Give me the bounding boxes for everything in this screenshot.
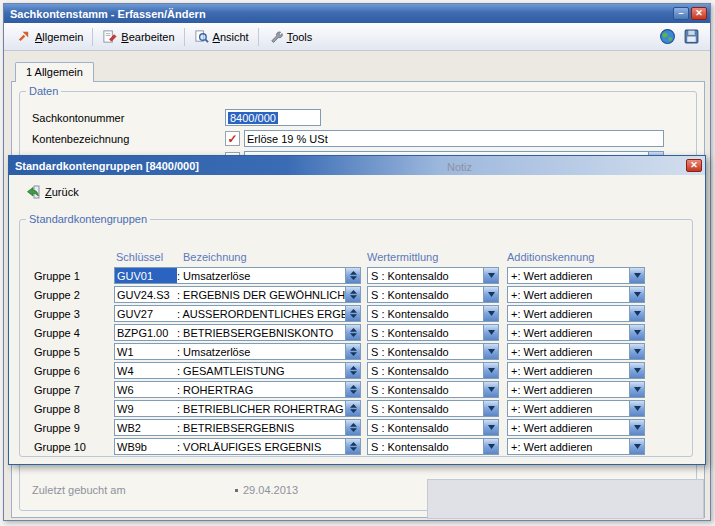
menu-allgemein-button[interactable]: Allgemein bbox=[10, 26, 89, 47]
zurueck-button[interactable]: Zurück bbox=[19, 181, 85, 203]
schluessel-input[interactable]: WB2 bbox=[115, 420, 177, 435]
schluessel-input[interactable]: GUV01 bbox=[115, 268, 177, 283]
additionskennung-dropdown[interactable]: +: Wert addieren bbox=[507, 362, 645, 379]
wertermittlung-dropdown[interactable]: S : Kontensaldo bbox=[367, 305, 499, 322]
dropdown-arrow-icon[interactable] bbox=[483, 363, 498, 378]
modal-toolbar: Zurück bbox=[9, 175, 705, 209]
dropdown-arrow-icon[interactable] bbox=[629, 363, 644, 378]
schluessel-input[interactable]: BZPG1.00 bbox=[115, 325, 177, 340]
close-button[interactable]: ✕ bbox=[691, 7, 707, 20]
schluessel-input[interactable]: GUV24.S3 bbox=[115, 287, 177, 302]
wertermittlung-dropdown[interactable]: S : Kontensaldo bbox=[367, 400, 499, 417]
group-row: Gruppe 1 GUV01 : Umsatzerlöse S : Konten… bbox=[20, 266, 692, 285]
dropdown-arrow-icon[interactable] bbox=[629, 382, 644, 397]
schluessel-input[interactable]: WB9b bbox=[115, 439, 177, 454]
column-header-additionskennung: Additionskennung bbox=[507, 251, 594, 263]
additionskennung-dropdown[interactable]: +: Wert addieren bbox=[507, 400, 645, 417]
schluessel-field[interactable]: W6 : ROHERTRAG bbox=[114, 381, 361, 398]
save-disk-icon[interactable] bbox=[683, 28, 700, 45]
wertermittlung-dropdown[interactable]: S : Kontensaldo bbox=[367, 286, 499, 303]
group-row: Gruppe 2 GUV24.S3 : ERGEBNIS DER GEWÖHNL… bbox=[20, 285, 692, 304]
menu-bearbeiten-button[interactable]: Bearbeiten bbox=[96, 26, 180, 47]
schluessel-input[interactable]: W6 bbox=[115, 382, 177, 397]
spinner-button[interactable] bbox=[345, 363, 360, 378]
wertermittlung-value: S : Kontensaldo bbox=[368, 306, 483, 321]
schluessel-field[interactable]: GUV24.S3 : ERGEBNIS DER GEWÖHNLICHEN GES bbox=[114, 286, 361, 303]
schluessel-field[interactable]: WB9b : VORLÄUFIGES ERGEBNIS bbox=[114, 438, 361, 455]
kontenbezeichnung-input[interactable]: Erlöse 19 % USt bbox=[244, 130, 664, 147]
standardkontengruppen-legend: Standardkontengruppen bbox=[26, 213, 150, 225]
dropdown-arrow-icon[interactable] bbox=[629, 344, 644, 359]
dropdown-arrow-icon[interactable] bbox=[483, 306, 498, 321]
dropdown-arrow-icon[interactable] bbox=[483, 420, 498, 435]
spinner-button[interactable] bbox=[345, 325, 360, 340]
wertermittlung-dropdown[interactable]: S : Kontensaldo bbox=[367, 324, 499, 341]
wertermittlung-dropdown[interactable]: S : Kontensaldo bbox=[367, 438, 499, 455]
schluessel-field[interactable]: W4 : GESAMTLEISTUNG bbox=[114, 362, 361, 379]
additionskennung-dropdown[interactable]: +: Wert addieren bbox=[507, 324, 645, 341]
additionskennung-dropdown[interactable]: +: Wert addieren bbox=[507, 267, 645, 284]
additionskennung-dropdown[interactable]: +: Wert addieren bbox=[507, 343, 645, 360]
modal-close-button[interactable]: ✕ bbox=[686, 159, 702, 172]
schluessel-input[interactable]: W4 bbox=[115, 363, 177, 378]
schluessel-input[interactable]: W1 bbox=[115, 344, 177, 359]
notiz-field[interactable] bbox=[427, 479, 704, 519]
additionskennung-dropdown[interactable]: +: Wert addieren bbox=[507, 438, 645, 455]
spinner-button[interactable] bbox=[345, 344, 360, 359]
toolbar-separator bbox=[258, 28, 259, 46]
dropdown-arrow-icon[interactable] bbox=[629, 401, 644, 416]
spinner-button[interactable] bbox=[345, 287, 360, 302]
schluessel-input[interactable]: GUV27 bbox=[115, 306, 177, 321]
main-window-title: Sachkontenstamm - Erfassen/Ändern bbox=[10, 8, 671, 20]
dropdown-arrow-icon[interactable] bbox=[483, 268, 498, 283]
schluessel-field[interactable]: WB2 : BETRIEBSERGEBNIS bbox=[114, 419, 361, 436]
group-label: Gruppe 2 bbox=[34, 289, 114, 301]
tab-allgemein[interactable]: 1 Allgemein bbox=[15, 62, 94, 82]
dropdown-arrow-icon[interactable] bbox=[483, 439, 498, 454]
wertermittlung-dropdown[interactable]: S : Kontensaldo bbox=[367, 381, 499, 398]
schluessel-input[interactable]: W9 bbox=[115, 401, 177, 416]
menu-ansicht-button[interactable]: Ansicht bbox=[188, 26, 255, 47]
schluessel-field[interactable]: W9 : BETRIEBLICHER ROHERTRAG bbox=[114, 400, 361, 417]
minimize-button[interactable]: – bbox=[673, 7, 689, 20]
group-row: Gruppe 10 WB9b : VORLÄUFIGES ERGEBNIS S … bbox=[20, 437, 692, 456]
dropdown-arrow-icon[interactable] bbox=[629, 306, 644, 321]
wertermittlung-dropdown[interactable]: S : Kontensaldo bbox=[367, 343, 499, 360]
additionskennung-dropdown[interactable]: +: Wert addieren bbox=[507, 381, 645, 398]
main-titlebar[interactable]: Sachkontenstamm - Erfassen/Ändern – ✕ bbox=[4, 4, 710, 23]
dropdown-arrow-icon[interactable] bbox=[629, 325, 644, 340]
globe-icon[interactable] bbox=[659, 28, 676, 45]
spinner-button[interactable] bbox=[345, 306, 360, 321]
additionskennung-dropdown[interactable]: +: Wert addieren bbox=[507, 419, 645, 436]
dropdown-arrow-icon[interactable] bbox=[483, 401, 498, 416]
spinner-button[interactable] bbox=[345, 420, 360, 435]
dropdown-arrow-icon[interactable] bbox=[483, 344, 498, 359]
additionskennung-value: +: Wert addieren bbox=[508, 306, 629, 321]
modal-titlebar[interactable]: Standardkontengruppen [8400/000] ✕ bbox=[9, 156, 705, 175]
wertermittlung-dropdown[interactable]: S : Kontensaldo bbox=[367, 419, 499, 436]
wertermittlung-dropdown[interactable]: S : Kontensaldo bbox=[367, 362, 499, 379]
dropdown-arrow-icon[interactable] bbox=[483, 287, 498, 302]
sachkontonummer-input[interactable]: 8400/000 bbox=[225, 109, 321, 126]
dropdown-arrow-icon[interactable] bbox=[483, 382, 498, 397]
spinner-button[interactable] bbox=[345, 401, 360, 416]
additionskennung-dropdown[interactable]: +: Wert addieren bbox=[507, 305, 645, 322]
wertermittlung-dropdown[interactable]: S : Kontensaldo bbox=[367, 267, 499, 284]
dropdown-arrow-icon[interactable] bbox=[629, 439, 644, 454]
schluessel-field[interactable]: W1 : Umsatzerlöse bbox=[114, 343, 361, 360]
dropdown-arrow-icon[interactable] bbox=[629, 287, 644, 302]
schluessel-field[interactable]: GUV01 : Umsatzerlöse bbox=[114, 267, 361, 284]
kontenbezeichnung-checkbox[interactable]: ✓ bbox=[225, 131, 240, 146]
column-header-bezeichnung: Bezeichnung bbox=[183, 251, 247, 263]
dropdown-arrow-icon[interactable] bbox=[483, 325, 498, 340]
schluessel-field[interactable]: GUV27 : AUSSERORDENTLICHES ERGEBNIS bbox=[114, 305, 361, 322]
spinner-button[interactable] bbox=[345, 439, 360, 454]
spinner-button[interactable] bbox=[345, 382, 360, 397]
back-arrow-icon bbox=[25, 184, 41, 200]
schluessel-field[interactable]: BZPG1.00 : BETRIEBSERGEBNISKONTO bbox=[114, 324, 361, 341]
dropdown-arrow-icon[interactable] bbox=[629, 420, 644, 435]
spinner-button[interactable] bbox=[345, 268, 360, 283]
menu-tools-button[interactable]: Tools bbox=[262, 26, 319, 47]
dropdown-arrow-icon[interactable] bbox=[629, 268, 644, 283]
additionskennung-dropdown[interactable]: +: Wert addieren bbox=[507, 286, 645, 303]
